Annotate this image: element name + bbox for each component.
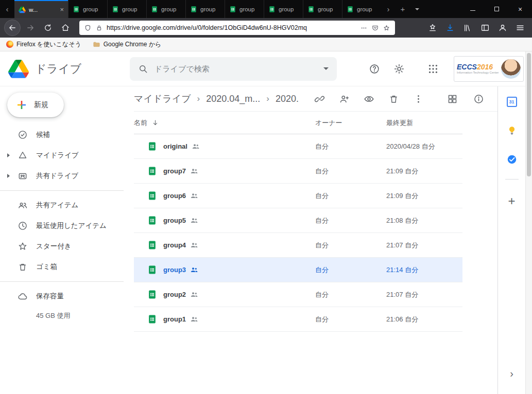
bookmark-folder-chrome[interactable]: Google Chrome から xyxy=(93,40,162,49)
tab-group-2[interactable]: group xyxy=(107,0,146,18)
file-owner: 自分 xyxy=(315,216,386,225)
forward-button[interactable] xyxy=(23,20,38,35)
header-icons: ECCS2016 Information Technology Center xyxy=(364,56,524,82)
tab-group-6[interactable]: group xyxy=(264,0,303,18)
tab-group-4[interactable]: group xyxy=(185,0,225,18)
grid-view-icon[interactable] xyxy=(447,94,458,104)
google-apps-button[interactable] xyxy=(423,59,443,79)
tab-group-5[interactable]: group xyxy=(225,0,264,18)
sort-descending-arrow-icon xyxy=(151,119,159,127)
file-row-original[interactable]: original 自分 2020/04/28 自分 xyxy=(134,134,462,159)
tab-group-1[interactable]: group xyxy=(68,0,107,18)
breadcrumb-folder-1[interactable]: 2020.04_m... xyxy=(206,94,260,104)
account-card[interactable]: ECCS2016 Information Technology Center xyxy=(454,56,524,82)
reload-button[interactable] xyxy=(40,20,56,35)
bookmark-label: Google Chrome から xyxy=(104,40,162,49)
column-header-name[interactable]: 名前 xyxy=(134,118,315,128)
file-name-cell: group7 xyxy=(134,166,315,176)
sidebar-item-storage[interactable]: 保存容量 xyxy=(0,286,124,307)
search-icon[interactable] xyxy=(138,64,148,74)
info-icon[interactable] xyxy=(473,94,484,104)
back-button[interactable] xyxy=(4,20,21,36)
collapse-panel-chevron-icon[interactable]: › xyxy=(510,368,513,380)
file-row-group7[interactable]: group7 自分 21:09 自分 xyxy=(134,159,462,184)
sidebar-item-my-drive[interactable]: マイドライブ xyxy=(0,145,124,166)
tab-list-dropdown-button[interactable] xyxy=(410,0,424,18)
folder-toolbar: マイドライブ › 2020.04_m... › 2020. xyxy=(134,86,497,112)
pocket-icon[interactable] xyxy=(371,24,379,32)
tab-group-7[interactable]: group xyxy=(303,0,342,18)
window-maximize-button[interactable] xyxy=(485,0,508,18)
window-close-button[interactable]: × xyxy=(508,0,532,18)
scrollbar-thumb[interactable] xyxy=(527,53,531,176)
url-bar[interactable]: https://drive.google.com/drive/u/0/folde… xyxy=(79,21,395,35)
file-row-group5[interactable]: group5 自分 21:08 自分 xyxy=(134,208,462,233)
account-button[interactable] xyxy=(495,20,510,35)
file-name-cell: group5 xyxy=(134,215,315,226)
breadcrumb-my-drive[interactable]: マイドライブ xyxy=(134,93,191,105)
add-addon-button[interactable]: + xyxy=(502,191,522,211)
breadcrumb-folder-2[interactable]: 2020. xyxy=(276,94,299,104)
settings-button[interactable] xyxy=(389,59,409,79)
help-button[interactable] xyxy=(364,59,385,79)
more-actions-icon[interactable] xyxy=(413,94,424,104)
toolbar-right-icons xyxy=(425,20,528,35)
file-row-group3-selected[interactable]: group3 自分 21:14 自分 xyxy=(134,258,462,282)
file-row-group4[interactable]: group4 自分 21:07 自分 xyxy=(134,233,462,258)
window-minimize-button[interactable] xyxy=(461,0,485,18)
sidebar-item-shared-with-me[interactable]: 共有アイテム xyxy=(0,195,124,216)
home-button[interactable] xyxy=(58,20,73,35)
sidebars-button[interactable] xyxy=(477,20,493,35)
column-header-modified[interactable]: 最終更新 xyxy=(386,118,462,128)
expand-caret-icon[interactable] xyxy=(7,174,10,178)
sidebar-item-priority[interactable]: 候補 xyxy=(0,124,124,145)
drive-logo-link[interactable]: ドライブ xyxy=(8,60,130,78)
page-actions-icon[interactable] xyxy=(360,24,368,32)
tab-title: group xyxy=(83,6,103,12)
calendar-button[interactable]: 31 xyxy=(502,92,522,112)
help-icon xyxy=(369,63,380,75)
tab-group-8[interactable]: group xyxy=(342,0,381,18)
expand-caret-icon[interactable] xyxy=(7,153,10,157)
get-link-icon[interactable] xyxy=(314,94,325,104)
org-year: 2016 xyxy=(477,63,493,71)
sidebar-item-shared-drives[interactable]: 共有ドライブ xyxy=(0,166,124,186)
downloads-button[interactable] xyxy=(442,20,458,35)
sidebar-item-recent[interactable]: 最近使用したアイテム xyxy=(0,216,124,236)
tab-group-3[interactable]: group xyxy=(146,0,185,18)
column-header-owner[interactable]: オーナー xyxy=(315,118,386,128)
file-owner: 自分 xyxy=(315,290,386,299)
lock-icon xyxy=(95,24,103,32)
preview-eye-icon[interactable] xyxy=(364,94,374,104)
keep-button[interactable] xyxy=(502,120,522,141)
scroll-tabs-left-button[interactable]: ‹ xyxy=(0,0,14,18)
sidebar-item-starred[interactable]: スター付き xyxy=(0,236,124,257)
drive-body: 新規 候補 マイドライブ 共有ドライブ xyxy=(0,86,532,394)
menu-button[interactable] xyxy=(512,20,528,35)
file-owner: 自分 xyxy=(315,142,386,151)
add-person-icon[interactable] xyxy=(339,94,350,104)
tab-close-icon[interactable]: × xyxy=(60,6,64,13)
scroll-tabs-right-button[interactable]: › xyxy=(381,0,396,18)
sheets-favicon xyxy=(268,6,276,13)
search-input[interactable] xyxy=(155,64,317,73)
sidebar-item-trash[interactable]: ゴミ箱 xyxy=(0,257,124,277)
file-row-group1[interactable]: group1 自分 21:06 自分 xyxy=(134,307,462,332)
bookmark-firefox-help[interactable]: Firefox を使いこなそう xyxy=(6,40,81,49)
sheets-favicon xyxy=(151,6,158,13)
file-row-group2[interactable]: group2 自分 21:07 自分 xyxy=(134,282,462,307)
column-label: 名前 xyxy=(134,118,147,128)
delete-icon[interactable] xyxy=(388,94,399,104)
tasks-button[interactable] xyxy=(502,149,522,170)
new-tab-button[interactable]: + xyxy=(396,0,410,18)
new-button[interactable]: 新規 xyxy=(7,93,64,117)
avatar[interactable] xyxy=(501,59,521,79)
library-button[interactable] xyxy=(460,20,475,35)
drive-favicon xyxy=(19,6,26,13)
tab-drive-active[interactable]: w... × xyxy=(14,0,68,18)
file-row-group6[interactable]: group6 自分 21:09 自分 xyxy=(134,184,462,208)
page-scrollbar[interactable] xyxy=(525,51,532,394)
search-options-caret-icon[interactable] xyxy=(323,67,329,70)
bookmarks-menu-button[interactable] xyxy=(425,20,440,35)
bookmark-star-icon[interactable] xyxy=(383,24,390,32)
